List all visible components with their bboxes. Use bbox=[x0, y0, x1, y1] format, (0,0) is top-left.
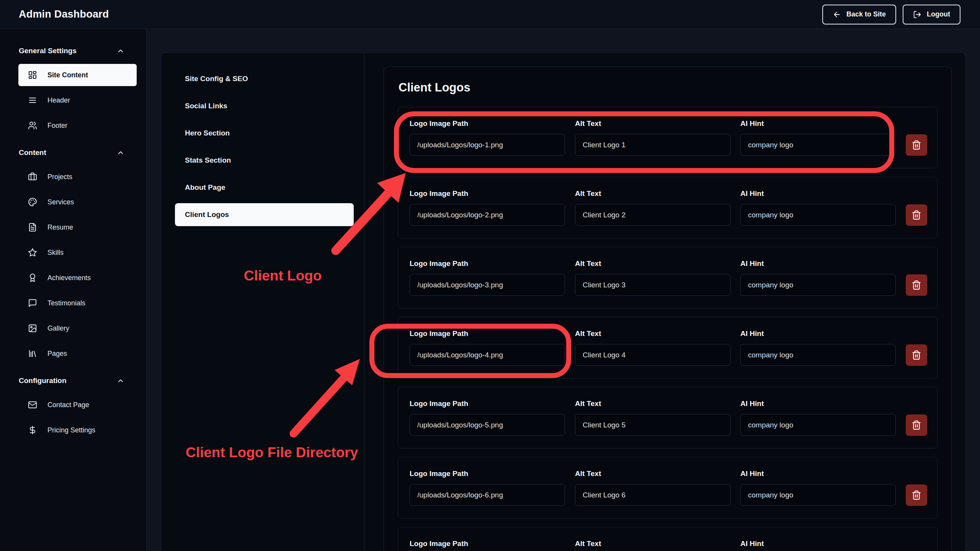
logo-path-input[interactable] bbox=[410, 344, 565, 366]
tab-social-links[interactable]: Social Links bbox=[175, 95, 354, 117]
delete-logo-button[interactable] bbox=[906, 344, 927, 366]
dollar-sign-icon bbox=[28, 425, 37, 435]
ai-hint-field: AI Hint bbox=[740, 189, 896, 226]
alt-text-input[interactable] bbox=[575, 204, 730, 226]
tab-stats-section[interactable]: Stats Section bbox=[175, 149, 354, 172]
menu-icon bbox=[28, 96, 37, 105]
sidebar-section-header-general-settings[interactable]: General Settings bbox=[18, 46, 137, 55]
tab-client-logos[interactable]: Client Logos bbox=[175, 203, 354, 226]
sidebar-section-header-content[interactable]: Content bbox=[18, 148, 137, 157]
ai-hint-input[interactable] bbox=[740, 484, 896, 506]
sidebar-item-skills[interactable]: Skills bbox=[18, 241, 137, 264]
sidebar-item-resume[interactable]: Resume bbox=[18, 216, 137, 238]
alt-text-field: Alt Text bbox=[575, 540, 730, 551]
logo-path-label: Logo Image Path bbox=[410, 540, 565, 548]
sidebar-item-pages[interactable]: Pages bbox=[18, 342, 137, 365]
alt-text-input[interactable] bbox=[575, 414, 730, 436]
sidebar-item-label: Pricing Settings bbox=[47, 426, 95, 434]
ai-hint-input[interactable] bbox=[740, 204, 896, 226]
ai-hint-label: AI Hint bbox=[740, 259, 896, 268]
logout-label: Logout bbox=[927, 10, 950, 18]
ai-hint-field: AI Hint bbox=[740, 119, 896, 156]
sidebar-item-label: Contact Page bbox=[47, 401, 89, 409]
sidebar-section-general-settings: General Settings Site Content Header Foo… bbox=[18, 46, 137, 137]
logo-rows: Logo Image Path Alt Text AI Hint Logo Im… bbox=[398, 107, 938, 551]
logo-path-label: Logo Image Path bbox=[410, 189, 565, 198]
ai-hint-input[interactable] bbox=[740, 414, 896, 436]
sidebar-item-projects[interactable]: Projects bbox=[18, 166, 137, 188]
logo-row: Logo Image Path Alt Text AI Hint bbox=[398, 387, 938, 448]
logo-row: Logo Image Path Alt Text AI Hint bbox=[398, 107, 938, 168]
trash-icon bbox=[911, 420, 921, 430]
back-to-site-button[interactable]: Back to Site bbox=[822, 5, 896, 24]
delete-logo-button[interactable] bbox=[906, 134, 927, 156]
sidebar-item-gallery[interactable]: Gallery bbox=[18, 317, 137, 339]
library-icon bbox=[28, 349, 37, 358]
sidebar-item-label: Services bbox=[47, 198, 74, 206]
delete-logo-button[interactable] bbox=[906, 484, 927, 506]
settings-nav: Site Config & SEO Social Links Hero Sect… bbox=[161, 53, 364, 551]
logo-path-label: Logo Image Path bbox=[410, 119, 565, 128]
topbar-actions: Back to Site Logout bbox=[822, 5, 960, 24]
alt-text-input[interactable] bbox=[575, 344, 730, 366]
logo-path-input[interactable] bbox=[410, 274, 565, 296]
ai-hint-field: AI Hint bbox=[740, 259, 896, 296]
sidebar-item-pricing-settings[interactable]: Pricing Settings bbox=[18, 419, 137, 441]
logo-path-input[interactable] bbox=[410, 484, 565, 506]
logo-path-field: Logo Image Path bbox=[410, 329, 565, 366]
alt-text-input[interactable] bbox=[575, 274, 730, 296]
alt-text-field: Alt Text bbox=[575, 259, 730, 296]
tab-site-config-seo[interactable]: Site Config & SEO bbox=[175, 67, 354, 90]
users-icon bbox=[28, 121, 37, 130]
logo-path-field: Logo Image Path bbox=[410, 540, 565, 551]
sidebar-item-label: Resume bbox=[47, 223, 73, 231]
sidebar-item-achievements[interactable]: Achievements bbox=[18, 267, 137, 289]
delete-logo-button[interactable] bbox=[906, 274, 927, 296]
logo-row: Logo Image Path Alt Text AI Hint bbox=[398, 457, 938, 518]
delete-logo-button[interactable] bbox=[906, 204, 927, 226]
logo-path-field: Logo Image Path bbox=[410, 119, 565, 156]
star-icon bbox=[28, 248, 37, 257]
tab-hero-section[interactable]: Hero Section bbox=[175, 122, 354, 145]
mail-icon bbox=[28, 400, 37, 409]
logout-button[interactable]: Logout bbox=[903, 5, 960, 24]
ai-hint-label: AI Hint bbox=[740, 399, 896, 408]
logo-path-label: Logo Image Path bbox=[410, 259, 565, 268]
section-label: Configuration bbox=[19, 377, 67, 385]
ai-hint-field: AI Hint bbox=[740, 399, 896, 436]
ai-hint-input[interactable] bbox=[740, 274, 896, 296]
delete-logo-button[interactable] bbox=[906, 414, 927, 436]
sidebar-item-footer[interactable]: Footer bbox=[18, 114, 137, 137]
sidebar-item-services[interactable]: Services bbox=[18, 191, 137, 213]
logo-path-input[interactable] bbox=[410, 414, 565, 436]
sidebar-item-site-content[interactable]: Site Content bbox=[18, 64, 137, 86]
sidebar-item-header[interactable]: Header bbox=[18, 89, 137, 111]
alt-text-input[interactable] bbox=[575, 134, 730, 156]
trash-icon bbox=[911, 140, 921, 150]
sidebar-item-testimonials[interactable]: Testimonials bbox=[18, 292, 137, 314]
alt-text-field: Alt Text bbox=[575, 189, 730, 226]
logo-path-input[interactable] bbox=[410, 204, 565, 226]
sidebar: General Settings Site Content Header Foo… bbox=[0, 29, 147, 551]
logo-path-label: Logo Image Path bbox=[410, 469, 565, 478]
sidebar-item-label: Footer bbox=[47, 122, 67, 130]
ai-hint-label: AI Hint bbox=[740, 540, 896, 548]
content-area: Site Config & SEO Social Links Hero Sect… bbox=[147, 29, 980, 551]
file-text-icon bbox=[28, 223, 37, 232]
client-logos-card: Client Logos Logo Image Path Alt Text AI… bbox=[384, 67, 952, 551]
tab-about-page[interactable]: About Page bbox=[175, 176, 354, 199]
alt-text-input[interactable] bbox=[575, 484, 730, 506]
logo-path-field: Logo Image Path bbox=[410, 469, 565, 506]
logo-row: Logo Image Path Alt Text AI Hint bbox=[398, 247, 938, 308]
ai-hint-input[interactable] bbox=[740, 344, 896, 366]
ai-hint-input[interactable] bbox=[740, 134, 896, 156]
trash-icon bbox=[911, 280, 921, 290]
logo-path-input[interactable] bbox=[410, 134, 565, 156]
log-out-icon bbox=[913, 10, 921, 19]
sidebar-section-header-configuration[interactable]: Configuration bbox=[18, 376, 137, 385]
image-icon bbox=[28, 324, 37, 333]
sidebar-item-label: Achievements bbox=[47, 274, 91, 282]
chevron-up-icon bbox=[117, 47, 124, 55]
sidebar-item-contact-page[interactable]: Contact Page bbox=[18, 394, 137, 416]
chevron-up-icon bbox=[117, 377, 124, 385]
